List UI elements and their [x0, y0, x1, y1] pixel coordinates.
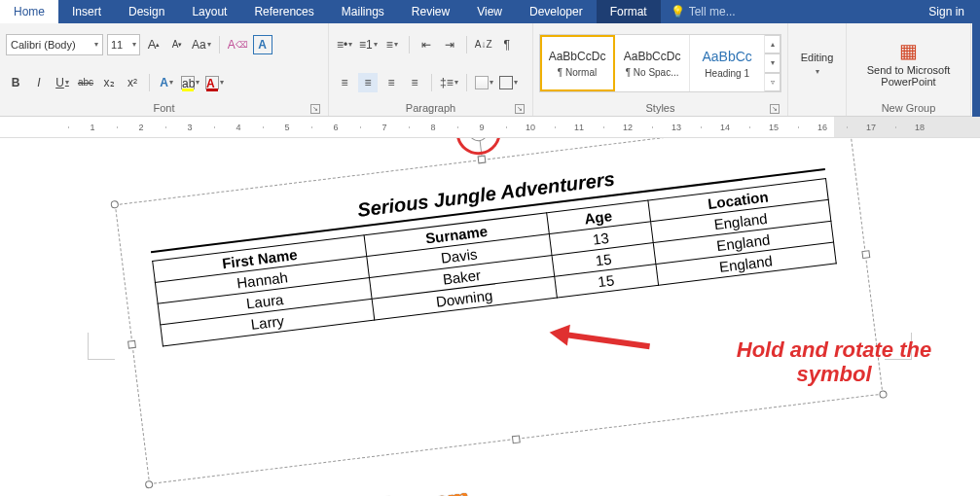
resize-handle-br[interactable]	[879, 390, 888, 399]
decrease-indent-button[interactable]: ⇤	[417, 35, 436, 54]
ruler-tick: 5	[263, 123, 311, 132]
group-label-styles: Styles↘	[539, 101, 781, 116]
bullets-button[interactable]: ≡•▾	[335, 35, 354, 54]
italic-button[interactable]: I	[29, 73, 49, 92]
sort-button[interactable]: A↓Z	[474, 35, 493, 54]
ruler-tick: 18	[895, 123, 944, 132]
strikethrough-button[interactable]: abc	[76, 73, 95, 92]
gallery-up-button[interactable]: ▴	[765, 35, 780, 53]
increase-font-button[interactable]: A▴	[144, 34, 163, 55]
rotate-icon	[471, 138, 487, 139]
numbering-button[interactable]: ≡1▾	[358, 35, 379, 54]
ruler-tick: 17	[847, 123, 895, 132]
ruler-tick: 16	[798, 123, 847, 132]
decrease-font-button[interactable]: A▾	[167, 34, 187, 55]
ruler-tick: 1	[68, 123, 117, 132]
group-editing: Editing▾	[788, 23, 847, 116]
ruler-tick: 12	[603, 123, 652, 132]
group-new: ▦ Send to Microsoft PowerPoint New Group	[847, 23, 971, 116]
text-effects-dropdown[interactable]: A▾	[157, 73, 176, 92]
ruler-tick: 15	[749, 123, 798, 132]
watermark-text: Mechanicalengblog.com	[208, 482, 471, 496]
tab-insert[interactable]: Insert	[58, 0, 115, 23]
gallery-more-button[interactable]: ▿	[765, 73, 780, 91]
group-label-paragraph: Paragraph↘	[335, 101, 526, 116]
font-size-select[interactable]: 11▾	[107, 34, 140, 55]
group-font: Calibri (Body)▾ 11▾ A▴ A▾ Aa▾ A⌫ A B I U…	[0, 23, 329, 116]
ruler-tick: 8	[409, 123, 457, 132]
align-right-button[interactable]: ≡	[381, 73, 401, 92]
ruler-tick: 13	[652, 123, 701, 132]
align-center-button[interactable]: ≡	[358, 73, 378, 92]
ruler-tick: 6	[311, 123, 360, 132]
horizontal-ruler[interactable]: 123456789101112131415161718	[0, 117, 980, 138]
clear-formatting-button[interactable]: A⌫	[227, 35, 249, 54]
editing-button[interactable]: Editing▾	[789, 28, 846, 98]
styles-dialog-launcher[interactable]: ↘	[770, 104, 780, 114]
tab-view[interactable]: View	[463, 0, 516, 23]
tab-references[interactable]: References	[240, 0, 327, 23]
change-case-button[interactable]: Aa▾	[191, 35, 212, 54]
ruler-tick: 9	[457, 123, 506, 132]
font-name-select[interactable]: Calibri (Body)▾	[6, 34, 103, 55]
document-canvas[interactable]: Serious Jungle Adventurers First Name Su…	[0, 138, 980, 496]
lightbulb-icon: 💡	[671, 5, 685, 18]
tab-mailings[interactable]: Mailings	[328, 0, 398, 23]
show-marks-button[interactable]: ¶	[497, 35, 517, 54]
margin-mark-left	[88, 333, 115, 360]
tab-format[interactable]: Format	[597, 0, 661, 23]
tell-me-search[interactable]: 💡 Tell me...	[661, 0, 748, 23]
ruler-tick: 3	[165, 123, 214, 132]
style-no-spacing[interactable]: AaBbCcDc ¶ No Spac...	[615, 35, 690, 91]
rotate-handle[interactable]	[467, 138, 489, 142]
group-label-editing	[794, 101, 840, 116]
superscript-button[interactable]: x²	[123, 73, 142, 92]
font-dialog-launcher[interactable]: ↘	[310, 104, 320, 114]
underline-button[interactable]: U▾	[53, 73, 72, 92]
group-styles: AaBbCcDc ¶ Normal AaBbCcDc ¶ No Spac... …	[533, 23, 788, 116]
increase-indent-button[interactable]: ⇥	[440, 35, 459, 54]
ruler-tick: 14	[701, 123, 749, 132]
text-effects-button[interactable]: A	[253, 35, 272, 54]
justify-button[interactable]: ≡	[405, 73, 424, 92]
ribbon: Calibri (Body)▾ 11▾ A▴ A▾ Aa▾ A⌫ A B I U…	[0, 23, 980, 117]
align-left-button[interactable]: ≡	[335, 73, 354, 92]
tab-developer[interactable]: Developer	[516, 0, 597, 23]
font-color-button[interactable]: A▾	[204, 73, 225, 92]
shading-button[interactable]: ▾	[474, 73, 494, 92]
text-box-object[interactable]: Serious Jungle Adventurers First Name Su…	[115, 138, 884, 484]
paragraph-dialog-launcher[interactable]: ↘	[515, 104, 525, 114]
ruler-tick: 11	[555, 123, 603, 132]
send-to-powerpoint-button[interactable]: ▦ Send to Microsoft PowerPoint	[851, 28, 967, 98]
resize-handle-mr[interactable]	[861, 250, 870, 259]
group-paragraph: ≡•▾ ≡1▾ ≡▾ ⇤ ⇥ A↓Z ¶ ≡ ≡ ≡ ≡ ‡≡▾ ▾ ▾	[329, 23, 533, 116]
multilevel-button[interactable]: ≡▾	[382, 35, 402, 54]
style-normal[interactable]: AaBbCcDc ¶ Normal	[540, 35, 615, 91]
text-box-content: Serious Jungle Adventurers First Name Su…	[116, 138, 867, 360]
ruler-tick: 10	[506, 123, 555, 132]
styles-gallery[interactable]: AaBbCcDc ¶ Normal AaBbCcDc ¶ No Spac... …	[539, 34, 781, 92]
bold-button[interactable]: B	[6, 73, 25, 92]
group-label-font: Font↘	[6, 101, 322, 116]
ribbon-tabs: Home Insert Design Layout References Mai…	[0, 0, 980, 23]
line-spacing-button[interactable]: ‡≡▾	[439, 73, 459, 92]
ruler-tick: 2	[117, 123, 165, 132]
ruler-tick: 7	[360, 123, 409, 132]
gallery-down-button[interactable]: ▾	[765, 53, 780, 72]
tab-layout[interactable]: Layout	[178, 0, 240, 23]
style-heading-1[interactable]: AaBbCc Heading 1	[690, 35, 765, 91]
sign-in-button[interactable]: Sign in	[913, 0, 980, 23]
ruler-tick: 4	[214, 123, 263, 132]
annotation-text: Hold and rotate the symbol	[717, 337, 951, 387]
tab-design[interactable]: Design	[115, 0, 178, 23]
resize-handle-ml[interactable]	[127, 340, 136, 349]
tab-review[interactable]: Review	[398, 0, 463, 23]
group-label-new: New Group	[853, 101, 964, 116]
tab-home[interactable]: Home	[0, 0, 58, 23]
powerpoint-icon: ▦	[899, 39, 918, 62]
highlight-button[interactable]: ab▾	[180, 73, 200, 92]
resize-handle-mb[interactable]	[512, 435, 521, 443]
subscript-button[interactable]: x₂	[99, 73, 119, 92]
borders-button[interactable]: ▾	[498, 73, 519, 92]
resize-handle-bl[interactable]	[145, 480, 154, 489]
